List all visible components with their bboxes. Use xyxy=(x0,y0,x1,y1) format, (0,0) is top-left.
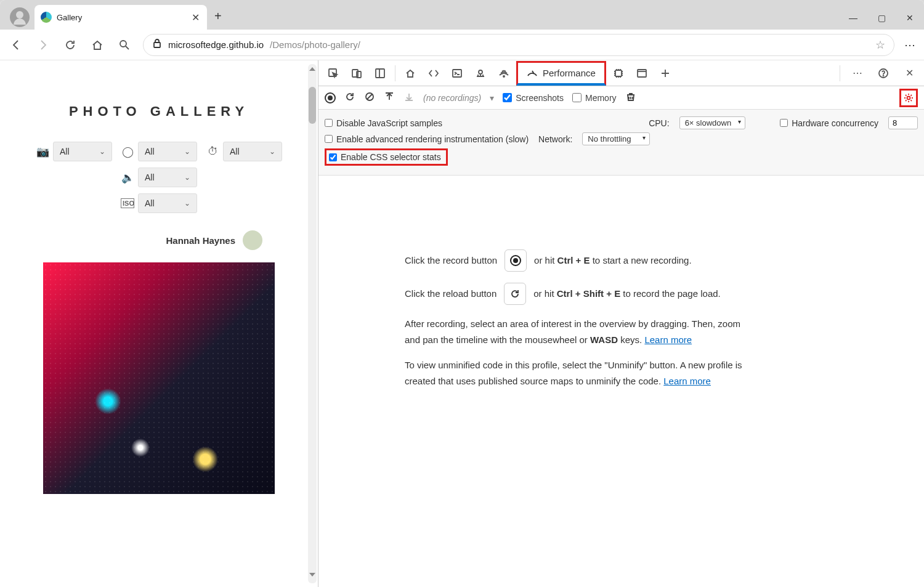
aperture-icon: ◯ xyxy=(121,145,134,158)
perf-empty-state: Click the record button or hit Ctrl + E … xyxy=(318,176,924,587)
reload-record-button[interactable] xyxy=(344,91,355,104)
shutter-icon: ⏱ xyxy=(206,145,219,158)
iso-icon: ISO xyxy=(121,198,134,208)
camera-filter-select[interactable]: All⌄ xyxy=(53,142,112,161)
author-name: Hannah Haynes xyxy=(166,235,235,246)
perf-settings-button[interactable] xyxy=(899,89,918,107)
advanced-rendering-checkbox[interactable]: Enable advanced rendering instrumentatio… xyxy=(325,134,529,144)
site-info-icon[interactable] xyxy=(152,39,162,51)
hw-concurrency-input[interactable] xyxy=(888,116,918,129)
search-button[interactable] xyxy=(116,36,133,54)
new-tab-button[interactable]: + xyxy=(214,9,222,23)
disable-js-checkbox[interactable]: Disable JavaScript samples xyxy=(325,118,442,128)
profile-icon[interactable] xyxy=(10,7,30,27)
network-throttle-select[interactable]: No throttling xyxy=(582,132,650,145)
svg-rect-5 xyxy=(376,69,384,78)
hw-concurrency-checkbox[interactable]: Hardware concurrency xyxy=(780,118,878,128)
forward-button[interactable] xyxy=(34,36,52,54)
title-bar: Gallery ✕ + — ▢ ✕ xyxy=(0,0,924,30)
favorite-icon[interactable]: ☆ xyxy=(875,38,885,52)
cpu-label: CPU: xyxy=(649,118,669,128)
unminify-instruction: To view unminified code in this profile,… xyxy=(405,357,750,389)
record-button-inline[interactable] xyxy=(505,249,527,272)
shutter-filter-select[interactable]: All⌄ xyxy=(223,142,282,161)
reload-instruction-post: or hit Ctrl + Shift + E to record the pa… xyxy=(533,286,721,302)
iso-filter-select[interactable]: All⌄ xyxy=(138,193,197,213)
gallery-photo[interactable] xyxy=(43,262,275,494)
scroll-up-icon[interactable] xyxy=(309,67,315,71)
home-button[interactable] xyxy=(89,36,106,54)
browser-menu-button[interactable]: ⋯ xyxy=(904,38,917,52)
browser-toolbar: microsoftedge.github.io/Demos/photo-gall… xyxy=(0,30,924,60)
cpu-throttle-select[interactable]: 6× slowdown xyxy=(679,116,746,129)
reload-button-inline[interactable] xyxy=(504,283,526,305)
aperture-filter-select[interactable]: All⌄ xyxy=(138,142,197,161)
page-title: PHOTO GALLERY xyxy=(18,103,299,119)
reload-instruction-pre: Click the reload button xyxy=(405,286,496,302)
author-row: Hannah Haynes xyxy=(18,230,299,250)
back-button[interactable] xyxy=(7,36,25,54)
svg-rect-1 xyxy=(154,43,160,47)
svg-point-12 xyxy=(883,75,884,76)
record-instruction-post: or hit Ctrl + E to start a new recording… xyxy=(534,253,692,269)
recordings-dropdown-icon[interactable]: ▾ xyxy=(490,93,494,103)
memory-tab-icon[interactable] xyxy=(607,62,630,84)
filter-bar: 📷 All⌄ ◯ All⌄ ⏱ All⌄ 🔈 All⌄ xyxy=(18,142,299,213)
perf-toolbar: (no recordings) ▾ Screenshots Memory xyxy=(318,86,924,110)
performance-icon xyxy=(527,67,538,78)
page-scrollbar[interactable] xyxy=(308,64,317,583)
tab-close-icon[interactable]: ✕ xyxy=(192,12,200,23)
clear-button[interactable] xyxy=(364,91,375,104)
refresh-button[interactable] xyxy=(62,36,79,54)
devtools-panel: Performance ⋯ ✕ (no recordings) xyxy=(318,60,924,587)
css-selector-stats-checkbox[interactable]: Enable CSS selector stats xyxy=(325,148,448,166)
add-tab-icon[interactable] xyxy=(654,62,676,84)
author-avatar[interactable] xyxy=(243,230,262,250)
drag-instruction: After recording, select an area of inter… xyxy=(405,316,750,347)
browser-tab[interactable]: Gallery ✕ xyxy=(34,5,207,30)
url-host: microsoftedge.github.io xyxy=(168,39,264,50)
svg-point-7 xyxy=(479,70,482,74)
performance-tab[interactable]: Performance xyxy=(516,61,606,86)
screenshots-checkbox[interactable]: Screenshots xyxy=(503,93,564,103)
sources-tab-icon[interactable] xyxy=(469,62,492,84)
focal-filter-select[interactable]: All⌄ xyxy=(138,168,197,187)
address-bar[interactable]: microsoftedge.github.io/Demos/photo-gall… xyxy=(143,34,894,56)
page-viewport: PHOTO GALLERY 📷 All⌄ ◯ All⌄ ⏱ All⌄ xyxy=(0,60,318,587)
dock-icon[interactable] xyxy=(369,62,391,84)
devtools-tabs: Performance ⋯ ✕ xyxy=(318,60,924,86)
minimize-button[interactable]: — xyxy=(839,6,867,30)
download-button[interactable] xyxy=(403,91,415,104)
inspect-icon[interactable] xyxy=(322,62,344,84)
memory-checkbox[interactable]: Memory xyxy=(572,93,617,103)
svg-rect-9 xyxy=(615,70,622,76)
window-controls: — ▢ ✕ xyxy=(839,6,924,30)
devtools-menu-icon[interactable]: ⋯ xyxy=(846,62,869,84)
devtools-close-icon[interactable]: ✕ xyxy=(898,62,920,84)
record-instruction-pre: Click the record button xyxy=(405,253,497,269)
device-icon[interactable] xyxy=(346,62,368,84)
upload-button[interactable] xyxy=(384,91,395,104)
svg-rect-10 xyxy=(638,70,646,77)
welcome-tab-icon[interactable] xyxy=(399,62,421,84)
scroll-down-icon[interactable] xyxy=(309,573,315,577)
network-label: Network: xyxy=(538,134,572,144)
elements-tab-icon[interactable] xyxy=(423,62,445,84)
sound-icon: 🔈 xyxy=(121,171,134,184)
scroll-thumb[interactable] xyxy=(309,87,316,124)
edge-favicon xyxy=(41,12,52,23)
console-tab-icon[interactable] xyxy=(446,62,468,84)
performance-tab-label: Performance xyxy=(543,68,596,78)
close-window-button[interactable]: ✕ xyxy=(896,6,924,30)
help-icon[interactable] xyxy=(872,62,894,84)
network-tab-icon[interactable] xyxy=(493,62,515,84)
application-tab-icon[interactable] xyxy=(631,62,653,84)
learn-more-link-1[interactable]: Learn more xyxy=(644,334,692,345)
no-recordings-label: (no recordings) xyxy=(423,93,481,103)
camera-icon: 📷 xyxy=(36,145,49,158)
maximize-button[interactable]: ▢ xyxy=(867,6,896,30)
svg-point-8 xyxy=(503,76,505,77)
record-button[interactable] xyxy=(325,92,336,103)
learn-more-link-2[interactable]: Learn more xyxy=(663,376,711,386)
garbage-collect-icon[interactable] xyxy=(625,91,636,104)
